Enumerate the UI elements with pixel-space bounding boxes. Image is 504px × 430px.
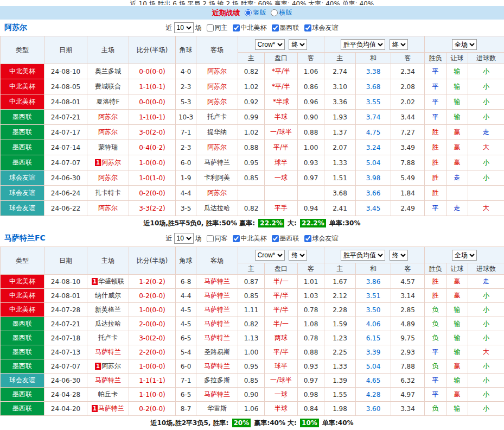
score-cell: 3-0(2-0) bbox=[129, 331, 176, 345]
league-filter-checkbox-1[interactable] bbox=[233, 235, 240, 242]
odds-stage-select[interactable]: 终 bbox=[289, 250, 307, 261]
avg-draw-cell: 3.66 bbox=[356, 186, 391, 201]
match-count-select[interactable]: 10 bbox=[174, 22, 194, 33]
league-cell: 中北美杯 bbox=[1, 275, 44, 289]
league-filter-option-3[interactable]: 球会友谊 bbox=[301, 234, 339, 243]
avg-home-cell: 1.93 bbox=[324, 110, 356, 125]
red-card-badge: 1 bbox=[92, 405, 98, 412]
handicap-result-cell: 输 bbox=[446, 317, 468, 331]
subcol-avg-draw: 和 bbox=[356, 263, 391, 275]
vertical-layout-option[interactable]: 竖版 bbox=[245, 8, 266, 17]
corner-cell: 1-9 bbox=[176, 170, 196, 186]
handicap-cell: 半/一 bbox=[265, 317, 298, 331]
avg-home-cell: 2.12 bbox=[324, 289, 356, 303]
league-filter-option-1[interactable]: 中北美杯 bbox=[229, 23, 267, 33]
home-team-cell: 费城联合 bbox=[87, 79, 129, 94]
league-filter-option-2[interactable]: 墨西联 bbox=[269, 234, 299, 243]
match-count-select[interactable]: 10 bbox=[174, 233, 194, 244]
away-odds-cell: 1.08 bbox=[298, 317, 324, 331]
league-cell: 球会友谊 bbox=[1, 170, 44, 186]
home-team-cell: 阿苏尔 bbox=[87, 201, 129, 216]
league-filter-label-3: 球会友谊 bbox=[312, 23, 339, 33]
col-header-score: 比分(半场) bbox=[129, 247, 176, 275]
handicap-result-cell: 赢 bbox=[446, 275, 468, 289]
league-filter-checkbox-3[interactable] bbox=[304, 24, 311, 31]
goals-result-cell: 大 bbox=[468, 345, 504, 359]
col-header-home: 主场 bbox=[87, 247, 129, 275]
result-cell: 胜 bbox=[425, 125, 446, 140]
highlight-stat: 22.2% bbox=[300, 219, 326, 227]
horizontal-layout-radio[interactable] bbox=[271, 9, 278, 16]
league-filter-checkbox-3[interactable] bbox=[304, 235, 311, 242]
same-venue-checkbox[interactable] bbox=[207, 24, 214, 31]
home-odds-cell: 0.95 bbox=[238, 155, 265, 170]
goals-result-cell: 小 bbox=[468, 64, 504, 79]
away-odds-cell: 0.93 bbox=[298, 155, 324, 170]
avg-home-cell: 1.59 bbox=[324, 317, 356, 331]
league-filter-option-3[interactable]: 球会友谊 bbox=[301, 23, 339, 33]
league-cell: 墨西联 bbox=[1, 155, 44, 170]
league-filter-label-2: 墨西联 bbox=[280, 23, 299, 33]
same-venue-checkbox[interactable] bbox=[207, 235, 214, 242]
league-filter-checkbox-2[interactable] bbox=[272, 235, 279, 242]
league-filter-option-1[interactable]: 中北美杯 bbox=[229, 234, 267, 243]
corner-cell: 5-4 bbox=[176, 345, 196, 359]
subcol-goals: 进球数 bbox=[468, 263, 504, 275]
avg-away-cell: 2.93 bbox=[391, 345, 425, 359]
away-odds-cell: 0.90 bbox=[298, 110, 324, 125]
away-team-cell: 提华纳 bbox=[196, 125, 238, 140]
avg-draw-cell: 4.28 bbox=[356, 388, 391, 402]
vertical-layout-radio[interactable] bbox=[245, 9, 252, 16]
subcol-odds-away: 客 bbox=[298, 53, 324, 64]
odds-company-select[interactable]: Crow* bbox=[255, 250, 285, 261]
date-cell: 24-07-14 bbox=[44, 140, 87, 155]
date-cell: 24-08-01 bbox=[44, 94, 87, 110]
away-odds-cell bbox=[298, 186, 324, 201]
scope-select[interactable]: 全场 bbox=[452, 250, 477, 261]
avg-type-select[interactable]: 胜平负均值 bbox=[341, 250, 385, 261]
avg-draw-cell: 4.75 bbox=[356, 125, 391, 140]
match-row: 中北美杯24-07-28新英格兰1-0(0-0)4-5马萨特兰1.11平/半0.… bbox=[1, 303, 504, 317]
red-card-badge: 1 bbox=[95, 363, 101, 370]
avg-stage-select[interactable]: 终 bbox=[390, 250, 408, 261]
scope-select[interactable]: 全场 bbox=[452, 39, 477, 50]
away-team-cell: 马萨特兰 bbox=[196, 155, 238, 170]
handicap-cell: *平/半 bbox=[265, 79, 298, 94]
match-row: 球会友谊24-06-30阿苏尔1-0(1-0)1-9卡利阿美0.85一球0.97… bbox=[1, 170, 504, 186]
home-odds-cell: 0.85 bbox=[238, 170, 265, 186]
league-filter-checkbox-2[interactable] bbox=[272, 24, 279, 31]
avg-type-select[interactable]: 胜平负均值 bbox=[341, 39, 385, 50]
away-team-cell: 华雷斯 bbox=[196, 402, 238, 416]
avg-draw-cell: 3.39 bbox=[356, 345, 391, 359]
same-venue-option[interactable]: 同主 bbox=[203, 23, 228, 33]
avg-home-cell: 1.37 bbox=[324, 125, 356, 140]
avg-stage-select[interactable]: 终 bbox=[390, 39, 408, 50]
result-cell: 平 bbox=[425, 64, 446, 79]
score-cell: 0-4(0-2) bbox=[129, 140, 176, 155]
result-cell: 胜 bbox=[425, 186, 446, 201]
handicap-result-cell: 输 bbox=[446, 64, 468, 79]
league-filter-option-2[interactable]: 墨西联 bbox=[269, 23, 299, 33]
avg-draw-cell: 6.15 bbox=[356, 331, 391, 345]
match-row: 中北美杯24-08-101华盛顿联1-2(0-2)6-8马萨特兰0.87半/一1… bbox=[1, 275, 504, 289]
goals-result-cell: 小 bbox=[468, 79, 504, 94]
away-odds-cell: 0.88 bbox=[298, 345, 324, 359]
odds-company-select[interactable]: Crow* bbox=[255, 39, 285, 50]
away-team-cell: 阿苏尔 bbox=[196, 140, 238, 155]
league-filter-checkbox-1[interactable] bbox=[233, 24, 240, 31]
team-section-azul: 阿苏尔 近 10 场 同主 中北美杯 墨西联 球会友谊 类型 日期 主场 比分(… bbox=[0, 20, 504, 230]
league-cell: 中北美杯 bbox=[1, 289, 44, 303]
horizontal-layout-option[interactable]: 横版 bbox=[271, 8, 292, 17]
home-odds-cell: 0.82 bbox=[238, 201, 265, 216]
home-team-cell: 1阿苏尔 bbox=[87, 155, 129, 170]
subcol-avg-draw: 和 bbox=[356, 53, 391, 64]
home-odds-cell: 1.02 bbox=[238, 125, 265, 140]
same-venue-option[interactable]: 同客 bbox=[203, 234, 228, 243]
odds-stage-select[interactable]: 终 bbox=[289, 39, 307, 50]
handicap-cell: 平/半 bbox=[265, 289, 298, 303]
avg-away-cell: 7.88 bbox=[391, 155, 425, 170]
away-odds-cell: 0.86 bbox=[298, 79, 324, 94]
avg-home-cell: 2.74 bbox=[324, 64, 356, 79]
match-row: 墨西联24-07-071阿苏尔1-0(0-0)6-0马萨特兰0.95球半0.93… bbox=[1, 359, 504, 374]
avg-home-cell: 3.36 bbox=[324, 94, 356, 110]
